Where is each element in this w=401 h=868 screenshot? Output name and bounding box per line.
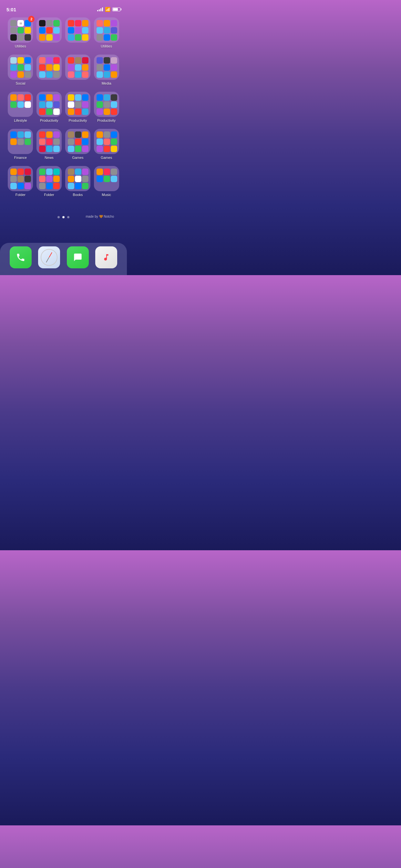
app-p16: [53, 101, 60, 108]
app-n3: [53, 131, 60, 138]
folder-social3[interactable]: [65, 55, 91, 85]
label-productivity1: Productivity: [40, 119, 58, 122]
app-e4: [68, 27, 74, 34]
app-mu5: [104, 176, 110, 182]
app-sh8: [18, 183, 24, 189]
folder-social2[interactable]: [36, 55, 62, 85]
app-l6: [25, 101, 31, 108]
folder-books[interactable]: Books: [65, 166, 91, 197]
folder-icon-games2[interactable]: [94, 129, 119, 154]
app-s7: [10, 71, 17, 78]
app-sh2: [18, 168, 24, 175]
dock-messages[interactable]: [67, 246, 89, 268]
folder-icon-music[interactable]: [94, 166, 119, 191]
app-g8: [75, 146, 81, 152]
app-g5: [75, 138, 81, 145]
folder-icon-productivity1[interactable]: [36, 92, 62, 117]
folder-icon-news[interactable]: [36, 129, 62, 154]
folder-shop[interactable]: Folder: [8, 166, 33, 197]
page-dot-1[interactable]: [58, 216, 60, 218]
folder-icon-mid1[interactable]: [36, 18, 62, 42]
app-p31: [96, 94, 103, 101]
app-p37: [96, 108, 103, 115]
app-b6: [82, 176, 89, 182]
folder-music[interactable]: Music: [94, 166, 119, 197]
app-p13: [53, 94, 60, 101]
folder-news[interactable]: News: [36, 129, 62, 159]
app-mu3: [111, 168, 117, 175]
dock-music[interactable]: [95, 246, 117, 268]
folder-productivity3[interactable]: Productivity: [94, 92, 119, 122]
app-s36: [82, 64, 89, 71]
folder-icon-social2[interactable]: [36, 55, 62, 80]
app-m3: [111, 57, 117, 64]
folder-icon-media[interactable]: [94, 55, 119, 80]
app-f29: [53, 183, 60, 189]
folder-finance[interactable]: Finance: [8, 129, 33, 159]
app-n9: [53, 146, 60, 152]
folder-games1[interactable]: Games: [65, 129, 91, 159]
folder-mid1[interactable]: [36, 18, 62, 48]
label-media: Media: [102, 82, 112, 85]
folder-icon-social3[interactable]: [65, 55, 90, 80]
folder-icon-lifestyle[interactable]: [8, 92, 33, 117]
folder-icon-folder2[interactable]: [36, 166, 62, 191]
app-p27: [68, 108, 74, 115]
folder-utilities2[interactable]: Utilities: [94, 18, 119, 48]
folder-icon-productivity3[interactable]: [94, 92, 119, 117]
folder-icon-finance[interactable]: [8, 129, 33, 154]
app-s33: [82, 57, 89, 64]
folder-media[interactable]: Media: [94, 55, 119, 85]
folder2[interactable]: Folder: [36, 166, 62, 197]
app-g23: [111, 131, 117, 138]
app-l5: [18, 101, 24, 108]
page-dot-3[interactable]: [67, 216, 69, 218]
label-lifestyle: Lifestyle: [14, 119, 27, 122]
label-folder-shop: Folder: [16, 193, 26, 197]
page-dot-2[interactable]: [62, 216, 65, 218]
app-f3: [25, 131, 31, 138]
app-g4: [68, 138, 74, 145]
app-sh9: [25, 183, 31, 189]
app-f1: [10, 131, 17, 138]
folder-productivity1[interactable]: Productivity: [36, 92, 62, 122]
folder-icon-productivity2[interactable]: [65, 92, 90, 117]
folder-icon-utilities2[interactable]: [94, 18, 119, 42]
folder-icon-books[interactable]: [65, 166, 90, 191]
app-m5: [104, 64, 110, 71]
folder-icon-utilities1[interactable]: 2 22: [8, 18, 33, 42]
folder-lifestyle[interactable]: Lifestyle: [8, 92, 33, 122]
folder-icon-social[interactable]: [8, 55, 33, 80]
app-f23: [53, 168, 60, 175]
app-u7: [96, 34, 103, 41]
folder-icon-shop[interactable]: [8, 166, 33, 191]
folder-social[interactable]: Social: [8, 55, 33, 85]
app-mu1: [96, 168, 103, 175]
app-clock: [10, 20, 17, 27]
app-d3: [53, 20, 60, 27]
folder-icon-mid2[interactable]: [65, 18, 90, 42]
phone-icon: [16, 252, 26, 262]
app-p23: [82, 94, 89, 101]
app-p24: [68, 101, 74, 108]
dock: [0, 243, 127, 275]
app-p32: [104, 94, 110, 101]
app-s3: [25, 57, 31, 64]
folder-utilities1[interactable]: 2 22 Utilities: [8, 18, 33, 48]
folder-mid2[interactable]: [65, 18, 91, 48]
dock-safari[interactable]: [38, 246, 60, 268]
app-s4: [10, 64, 17, 71]
dock-phone[interactable]: [10, 246, 32, 268]
app-s26: [53, 64, 60, 71]
app-p26: [82, 101, 89, 108]
label-books: Books: [73, 193, 83, 197]
app-m8: [104, 71, 110, 78]
home-screen: 2 22 Utilities: [0, 14, 127, 224]
folder-productivity2[interactable]: Productivity: [65, 92, 91, 122]
app-p39: [111, 108, 117, 115]
label-utilities2: Utilities: [101, 44, 112, 48]
app-g26: [111, 138, 117, 145]
folder-games2[interactable]: Games: [94, 129, 119, 159]
folder-icon-games1[interactable]: [65, 129, 90, 154]
app-g7: [68, 146, 74, 152]
